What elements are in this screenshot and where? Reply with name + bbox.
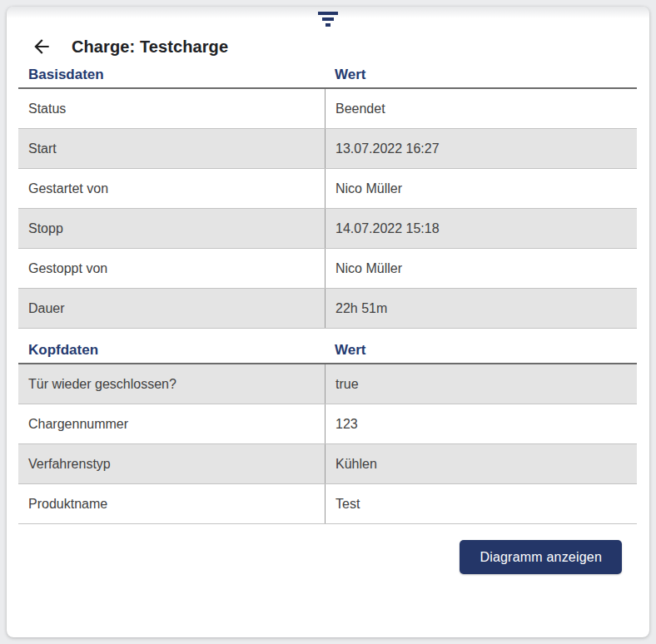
row-label: Dauer <box>18 289 325 328</box>
content: Basisdaten Wert Status Beendet Start 13.… <box>18 67 637 574</box>
actions-bar: Diagramm anzeigen <box>18 540 637 574</box>
detail-card: Charge: Testcharge Basisdaten Wert Statu… <box>7 7 649 637</box>
row-label: Start <box>18 129 325 168</box>
table-basisdaten: Basisdaten Wert Status Beendet Start 13.… <box>18 67 637 329</box>
row-value: Test <box>325 484 637 523</box>
table-row: Gestartet von Nico Müller <box>18 169 637 209</box>
table-row: Dauer 22h 51m <box>18 289 637 329</box>
table-row: Verfahrenstyp Kühlen <box>18 444 637 484</box>
table-header: Basisdaten Wert <box>18 67 637 89</box>
row-value: Nico Müller <box>325 169 637 208</box>
page-title: Charge: Testcharge <box>72 37 228 57</box>
row-value: 13.07.2022 16:27 <box>325 129 637 168</box>
row-value: Nico Müller <box>325 249 637 288</box>
table-header-label: Basisdaten <box>18 67 325 83</box>
table-header-value: Wert <box>325 342 637 359</box>
row-label: Chargennummer <box>18 404 325 443</box>
table-header-value: Wert <box>325 67 637 83</box>
table-kopfdaten: Kopfdaten Wert Tür wieder geschlossen? t… <box>18 342 637 524</box>
arrow-back-icon <box>31 36 52 57</box>
table-row: Tür wieder geschlossen? true <box>18 364 637 404</box>
table-row: Status Beendet <box>18 89 637 129</box>
filter-list-icon <box>316 9 340 27</box>
row-label: Produktname <box>18 484 325 523</box>
table-header: Kopfdaten Wert <box>18 342 637 364</box>
row-label: Status <box>18 89 325 128</box>
row-value: 22h 51m <box>325 289 637 328</box>
filter-bar <box>7 7 649 28</box>
row-label: Verfahrenstyp <box>18 444 325 483</box>
row-value: Beendet <box>325 89 637 128</box>
row-value: true <box>325 364 637 404</box>
row-label: Tür wieder geschlossen? <box>18 364 325 404</box>
row-label: Gestoppt von <box>18 249 325 288</box>
table-row: Gestoppt von Nico Müller <box>18 249 637 289</box>
row-value: 123 <box>325 404 637 443</box>
row-value: Kühlen <box>325 444 637 483</box>
row-value: 14.07.2022 15:18 <box>325 209 637 248</box>
show-diagram-button[interactable]: Diagramm anzeigen <box>460 540 622 574</box>
table-header-label: Kopfdaten <box>18 342 325 359</box>
table-row: Stopp 14.07.2022 15:18 <box>18 209 637 249</box>
row-label: Stopp <box>18 209 325 248</box>
table-row: Chargennummer 123 <box>18 404 637 444</box>
table-row: Produktname Test <box>18 484 637 524</box>
titlebar: Charge: Testcharge <box>32 33 649 60</box>
filter-button[interactable] <box>315 8 341 28</box>
row-label: Gestartet von <box>18 169 325 208</box>
table-row: Start 13.07.2022 16:27 <box>18 129 637 169</box>
back-button[interactable] <box>32 37 52 57</box>
